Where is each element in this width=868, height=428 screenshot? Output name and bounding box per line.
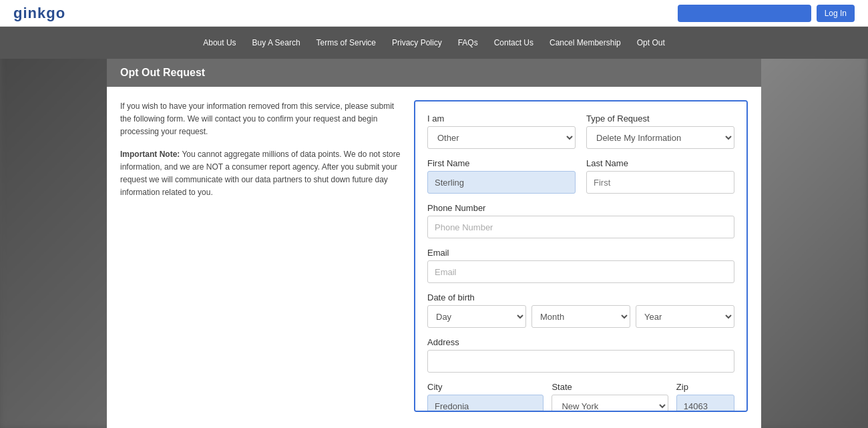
nav-item-contact-us[interactable]: Contact Us [487,34,540,51]
login-button[interactable]: Log In [817,5,855,22]
nav-item-privacy-policy[interactable]: Privacy Policy [385,34,449,51]
important-label: Important Note: [120,150,180,159]
important-paragraph: Important Note: You cannot aggregate mil… [120,148,401,200]
dob-label: Date of birth [427,292,734,302]
month-select[interactable]: Month [531,305,630,328]
last-name-label: Last Name [586,158,734,168]
search-bar [678,5,811,22]
city-state-zip-row: City State New York Alabama Alaska Arizo… [427,382,734,412]
email-input[interactable] [427,260,734,283]
form-panel: I am Other Individual Attorney Law Enfor… [414,100,748,412]
zip-group: Zip [676,382,734,412]
content-area: Opt Out Request If you wish to have your… [107,59,761,428]
nav-item-cancel-membership[interactable]: Cancel Membership [543,34,628,51]
dob-section: Date of birth Day Month Year [427,292,734,328]
first-name-label: First Name [427,158,576,168]
nav-item-about-us[interactable]: About Us [196,34,242,51]
address-input[interactable] [427,350,734,373]
nav-bar: About UsBuy A SearchTerms of ServicePriv… [0,27,868,59]
year-group: Year [636,305,734,328]
city-label: City [427,382,544,392]
day-select[interactable]: Day [427,305,526,328]
nav-item-buy-a-search[interactable]: Buy A Search [246,34,307,51]
state-select[interactable]: New York Alabama Alaska Arizona [552,395,668,412]
first-name-group: First Name [427,158,576,194]
nav-item-opt-out[interactable]: Opt Out [630,34,672,51]
type-of-request-label: Type of Request [586,114,734,124]
i-am-group: I am Other Individual Attorney Law Enfor… [427,114,576,149]
city-group: City [427,382,544,412]
top-bar-right: Log In [678,5,855,22]
page-title-bar: Opt Out Request [107,59,761,87]
state-label: State [552,382,668,392]
year-select[interactable]: Year [636,305,734,328]
phone-group: Phone Number [427,203,734,238]
phone-label: Phone Number [427,203,734,213]
address-label: Address [427,337,734,347]
row-names: First Name Last Name [427,158,734,194]
page-title: Opt Out Request [120,67,205,78]
row-i-am-type: I am Other Individual Attorney Law Enfor… [427,114,734,149]
left-text-column: If you wish to have your information rem… [120,100,401,412]
type-of-request-group: Type of Request Delete My Information Op… [586,114,734,149]
dob-row: Day Month Year [427,305,734,328]
main-content: If you wish to have your information rem… [107,87,761,425]
zip-input[interactable] [676,395,734,412]
email-group: Email [427,248,734,283]
city-input[interactable] [427,395,544,412]
nav-item-faqs[interactable]: FAQs [451,34,485,51]
logo: ginkgo [13,5,65,22]
last-name-group: Last Name [586,158,734,194]
nav-item-terms-of-service[interactable]: Terms of Service [310,34,383,51]
intro-paragraph: If you wish to have your information rem… [120,100,401,139]
month-group: Month [531,305,630,328]
state-group: State New York Alabama Alaska Arizona [552,382,668,412]
i-am-select[interactable]: Other Individual Attorney Law Enforcemen… [427,126,576,149]
phone-input[interactable] [427,216,734,238]
last-name-input[interactable] [586,171,734,194]
address-group: Address [427,337,734,373]
day-group: Day [427,305,526,328]
top-bar: ginkgo Log In [0,0,868,27]
type-of-request-select[interactable]: Delete My Information Opt Out Other [586,126,734,149]
zip-label: Zip [676,382,734,392]
first-name-input[interactable] [427,171,576,194]
i-am-label: I am [427,114,576,124]
email-label: Email [427,248,734,258]
